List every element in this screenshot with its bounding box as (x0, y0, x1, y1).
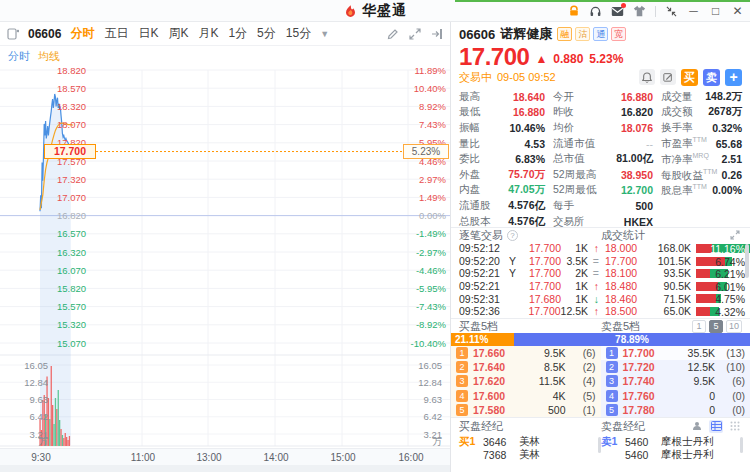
depth-row[interactable]: 517.7800(0) (601, 403, 750, 417)
depth-level-1[interactable]: 1 (692, 320, 706, 333)
depth-row[interactable]: 517.580500(1) (451, 403, 601, 417)
trade-stat-row: 18.48090.5K6.01% (605, 280, 746, 293)
stock-tab-icon[interactable] (7, 28, 19, 40)
sell-button[interactable]: 卖 (703, 69, 720, 86)
table-icon[interactable] (709, 420, 723, 433)
tick-time: 09:52:21 (459, 267, 509, 279)
buy-button[interactable]: 买 (681, 69, 698, 86)
tick-trades-list: 09:52:1217.7001K↑09:52:20Y17.7003.5K=09:… (459, 242, 599, 318)
stat-volume: 65.0K (645, 305, 691, 317)
alert-icon[interactable] (639, 69, 655, 85)
chart-legend: 分时 均线 (8, 49, 60, 64)
stat-bar: 11.16% (696, 242, 746, 255)
time-axis: 9:3011:0013:0014:0015:0016:00 (0, 448, 450, 465)
theme-icon[interactable] (633, 5, 646, 18)
bar-red-segment (696, 307, 710, 316)
depth-level-badge: 4 (456, 390, 468, 402)
quote-header: 06606 诺辉健康 融沽通宽 (451, 22, 750, 44)
depth-orders: (5) (566, 390, 596, 402)
add-watchlist-button[interactable]: + (725, 69, 742, 86)
panel-scrollbar[interactable] (745, 244, 749, 278)
stat-label: 每股收益TTM (661, 168, 717, 183)
period-tab[interactable]: 五日 (104, 25, 128, 42)
stat-row: 每手500 (553, 198, 653, 214)
period-tab[interactable]: 周K (168, 25, 188, 42)
restore-icon[interactable] (665, 5, 678, 18)
intraday-chart[interactable]: 分时 均线 17.700 5.23% 18.82018.57018.32018.… (0, 46, 450, 472)
depth-level-5[interactable]: 5 (709, 320, 723, 333)
stat-label: 今开 (553, 90, 574, 104)
symbol-tab[interactable]: 06606 (28, 27, 61, 41)
period-tab[interactable]: 日K (138, 25, 158, 42)
bid-ask-ratio-bar: 21.11% 78.89% (451, 333, 750, 346)
stat-bar: 6.74% (696, 255, 746, 268)
depth-row[interactable]: 217.6408.5K(2) (451, 360, 601, 374)
draw-icon[interactable] (387, 28, 399, 40)
mail-icon[interactable] (611, 5, 624, 18)
legend-avgline[interactable]: 均线 (38, 49, 60, 64)
price-axis-label: 18.070 (0, 119, 86, 130)
bar-red-segment (696, 269, 710, 278)
stat-row: 最高18.640 (459, 89, 545, 105)
broker-scrollbar[interactable] (740, 437, 743, 453)
stat-row: 总市值81.00亿 (553, 151, 653, 167)
tick-price: 17.680 (519, 293, 561, 305)
period-tab[interactable]: 15分 (286, 25, 311, 42)
headset-icon[interactable] (589, 5, 602, 18)
lock-icon[interactable] (567, 5, 580, 18)
stat-row: 量比4.53 (459, 136, 545, 152)
period-tab[interactable]: 5分 (257, 25, 276, 42)
legend-timeline[interactable]: 分时 (8, 49, 30, 64)
stat-volume: 71.5K (645, 293, 691, 305)
quote-datetime: 09-05 09:52 (497, 71, 556, 83)
expand-icon[interactable] (730, 230, 740, 240)
volume-axis-label: 6.42 (394, 411, 442, 422)
fullscreen-icon[interactable] (409, 28, 421, 40)
tick-price: 17.700 (519, 242, 561, 254)
collapse-panel-icon[interactable] (431, 28, 443, 40)
depth-level-10[interactable]: 10 (726, 320, 742, 333)
stat-pct: 11.16% (710, 243, 745, 255)
help-icon[interactable]: ? (507, 230, 518, 241)
stock-badge: 宽 (611, 27, 626, 41)
close-icon[interactable]: ✕ (731, 5, 744, 18)
depth-row[interactable]: 417.7600(0) (601, 389, 750, 403)
tick-direction-icon: ↑ (588, 242, 599, 254)
tick-price: 17.700 (519, 305, 561, 317)
stat-row: 流通股4.576亿 (459, 198, 545, 214)
pct-axis-label: -8.92% (398, 319, 446, 330)
chart-panel: 06606 分时五日日K周K月K1分5分15分 ▼ 分时 均线 17.700 5… (0, 22, 450, 472)
depth-row[interactable]: 317.7409.5K(6) (601, 374, 750, 388)
depth-row[interactable]: 217.72012.5K(10) (601, 360, 750, 374)
volume-axis-label: 16.05 (0, 360, 48, 371)
period-tab[interactable]: 月K (198, 25, 218, 42)
quote-stats: 最高18.640最低16.880振幅10.46%量比4.53委比6.83%外盘7… (451, 86, 750, 227)
chevron-down-icon[interactable]: ▼ (320, 29, 329, 39)
tick-trades-title: 逐笔交易 (459, 228, 503, 243)
period-tab[interactable]: 分时 (70, 25, 94, 42)
tick-price: 17.700 (519, 255, 561, 267)
stat-row: 市盈率TTM65.68 (661, 136, 742, 152)
stat-volume: 101.5K (645, 255, 691, 267)
tick-time: 09:52:36 (459, 305, 509, 317)
grid-dots-icon[interactable] (728, 420, 742, 433)
depth-level-buttons: 1510 (692, 320, 742, 333)
stat-label: 换手率 (661, 121, 693, 135)
depth-row[interactable]: 317.62011.5K(4) (451, 374, 601, 388)
person-icon[interactable] (690, 420, 704, 433)
time-axis-label: 14:00 (259, 452, 293, 463)
depth-row[interactable]: 117.6609.5K(6) (451, 346, 601, 360)
stat-row: 52周最低12.700 (553, 183, 653, 199)
volume-axis-label: 12.84 (394, 377, 442, 388)
maximize-icon[interactable]: □ (709, 5, 722, 18)
price-axis-label: 15.070 (0, 338, 86, 349)
current-price-tag: 17.700 (44, 144, 96, 159)
period-tab[interactable]: 1分 (228, 25, 247, 42)
edit-icon[interactable] (660, 69, 676, 85)
depth-row[interactable]: 117.70035.5K(13) (601, 346, 750, 360)
stat-value: 47.05万 (508, 183, 545, 197)
pct-axis-label: 0.00% (398, 210, 446, 221)
price-axis-label: 18.820 (0, 65, 86, 76)
minimize-icon[interactable]: ─ (687, 5, 700, 18)
depth-row[interactable]: 417.6004K(5) (451, 389, 601, 403)
